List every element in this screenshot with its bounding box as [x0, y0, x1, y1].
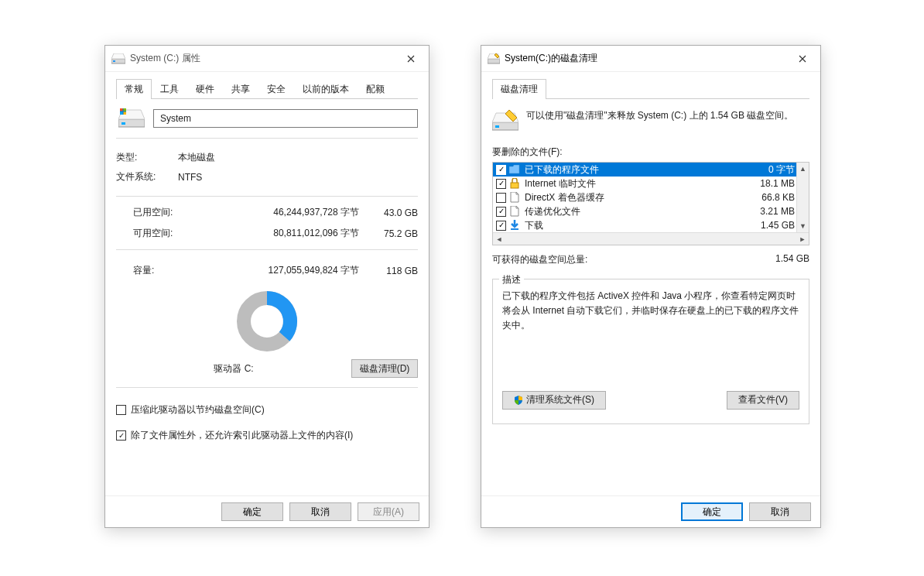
free-gb: 75.2 GB	[364, 228, 418, 239]
drive-name-input[interactable]: System	[153, 109, 418, 128]
filesystem-row: 文件系统: NTFS	[116, 170, 418, 183]
type-row: 类型: 本地磁盘	[116, 151, 418, 164]
list-item[interactable]: 已下载的程序文件0 字节	[493, 163, 809, 177]
view-files-button[interactable]: 查看文件(V)	[727, 391, 799, 410]
list-item-checkbox[interactable]	[496, 221, 506, 231]
scroll-right-icon[interactable]: ►	[796, 233, 809, 245]
files-to-delete-label: 要删除的文件(F):	[492, 146, 809, 159]
svg-rect-3	[121, 122, 125, 125]
type-label: 类型:	[116, 151, 178, 164]
index-checkbox-row[interactable]: 除了文件属性外，还允许索引此驱动器上文件的内容(I)	[116, 429, 418, 442]
view-files-label: 查看文件(V)	[738, 393, 788, 406]
list-item[interactable]: 下载1.45 GB	[493, 218, 809, 232]
list-item-name: 下载	[523, 219, 741, 232]
drive-name-value: System	[160, 113, 191, 124]
list-item-checkbox[interactable]	[496, 179, 506, 189]
usage-grid: 已用空间: 46,244,937,728 字节 43.0 GB 可用空间: 80…	[116, 206, 418, 240]
free-label: 可用空间:	[133, 227, 195, 240]
properties-titlebar: System (C:) 属性	[105, 46, 429, 72]
list-item[interactable]: 传递优化文件3.21 MB	[493, 204, 809, 218]
cleanup-tabstrip: 磁盘清理	[492, 78, 809, 99]
capacity-row: 容量: 127,055,949,824 字节 118 GB	[116, 264, 418, 277]
total-row: 可获得的磁盘空间总量: 1.54 GB	[492, 253, 809, 266]
list-item-name: DirectX 着色器缓存	[523, 191, 741, 204]
properties-title: System (C:) 属性	[130, 52, 200, 65]
index-checkbox[interactable]	[116, 430, 126, 441]
scroll-up-icon[interactable]: ▲	[797, 163, 809, 175]
properties-body: 常规 工具 硬件 共享 安全 以前的版本 配额	[105, 72, 429, 495]
cleanup-footer: 确定 取消	[481, 495, 820, 527]
cleanup-title-icon	[488, 53, 500, 64]
tab-previous[interactable]: 以前的版本	[294, 79, 358, 99]
close-icon	[407, 55, 415, 63]
tab-security[interactable]: 安全	[258, 79, 294, 99]
scroll-left-icon[interactable]: ◄	[493, 233, 505, 245]
cleanup-body: 磁盘清理 可以使用"磁盘清理"来释放 System (C:) 上的 1.54 G…	[481, 72, 820, 495]
capacity-bytes: 127,055,949,824 字节	[195, 264, 364, 277]
tab-general[interactable]: 常规	[116, 79, 152, 99]
svg-rect-8	[124, 112, 127, 115]
list-item-icon	[509, 178, 520, 189]
tab-disk-cleanup[interactable]: 磁盘清理	[492, 79, 546, 99]
svg-rect-1	[113, 60, 115, 62]
tab-sharing[interactable]: 共享	[223, 79, 258, 99]
free-bytes: 80,811,012,096 字节	[195, 227, 364, 240]
disk-cleanup-label: 磁盘清理(D)	[360, 362, 410, 375]
description-groupbox: 描述 已下载的程序文件包括 ActiveX 控件和 Java 小程序，你查看特定…	[492, 279, 809, 424]
vertical-scrollbar[interactable]: ▲ ▼	[796, 163, 809, 232]
list-item-checkbox[interactable]	[496, 165, 506, 175]
cleanup-intro-row: 可以使用"磁盘清理"来释放 System (C:) 上的 1.54 GB 磁盘空…	[492, 108, 809, 132]
svg-rect-12	[495, 125, 499, 128]
svg-rect-10	[488, 59, 500, 63]
cleanup-close-button[interactable]	[791, 50, 814, 68]
cleanup-ok-button[interactable]: 确定	[681, 502, 743, 521]
tab-quota[interactable]: 配额	[358, 79, 393, 99]
cancel-button[interactable]: 取消	[289, 502, 351, 521]
cleanup-titlebar: System(C:)的磁盘清理	[481, 46, 820, 72]
capacity-gb: 118 GB	[364, 266, 418, 276]
drive-letter-label: 驱动器 C:	[116, 362, 351, 375]
svg-rect-6	[124, 108, 127, 111]
ok-button[interactable]: 确定	[221, 502, 283, 521]
list-item-icon	[509, 192, 520, 203]
list-item-checkbox[interactable]	[496, 193, 506, 203]
total-value: 1.54 GB	[748, 253, 809, 266]
horizontal-scrollbar[interactable]: ◄ ►	[493, 232, 809, 245]
list-item-name: 传递优化文件	[523, 205, 741, 218]
scroll-down-icon[interactable]: ▼	[797, 220, 809, 232]
type-value: 本地磁盘	[178, 151, 215, 164]
svg-rect-5	[120, 108, 123, 111]
close-button[interactable]	[399, 50, 423, 68]
drive-icon-small	[111, 53, 125, 64]
tab-hardware[interactable]: 硬件	[187, 79, 223, 99]
cleanup-cancel-button[interactable]: 取消	[749, 502, 811, 521]
compress-checkbox[interactable]	[116, 405, 126, 415]
svg-rect-7	[120, 112, 123, 115]
svg-rect-13	[511, 183, 518, 188]
clean-system-files-label: 清理系统文件(S)	[526, 393, 594, 406]
tab-tools[interactable]: 工具	[152, 79, 187, 99]
used-gb: 43.0 GB	[364, 207, 418, 218]
compress-label: 压缩此驱动器以节约磁盘空间(C)	[131, 403, 265, 417]
list-item-checkbox[interactable]	[496, 207, 506, 217]
usage-donut-chart	[116, 290, 418, 353]
list-item[interactable]: DirectX 着色器缓存66.8 KB	[493, 190, 809, 204]
list-item-icon	[509, 206, 520, 217]
compress-checkbox-row[interactable]: 压缩此驱动器以节约磁盘空间(C)	[116, 403, 418, 417]
description-title: 描述	[499, 273, 524, 286]
shield-icon	[514, 396, 523, 405]
list-item-name: 已下载的程序文件	[523, 163, 741, 177]
drive-properties-dialog: System (C:) 属性 常规 工具 硬件 共享 安全 以前的版本 配额	[104, 45, 429, 528]
properties-tabstrip: 常规 工具 硬件 共享 安全 以前的版本 配额	[116, 78, 418, 99]
cleanup-title: System(C:)的磁盘清理	[505, 52, 597, 65]
list-item[interactable]: Internet 临时文件18.1 MB	[493, 177, 809, 190]
list-item-name: Internet 临时文件	[523, 177, 741, 190]
clean-system-files-button[interactable]: 清理系统文件(S)	[502, 391, 606, 410]
list-item-icon	[509, 164, 520, 175]
drive-icon	[116, 108, 147, 129]
apply-button[interactable]: 应用(A)	[358, 502, 419, 521]
close-icon	[799, 55, 806, 63]
drive-name-row: System	[116, 108, 418, 129]
disk-cleanup-button[interactable]: 磁盘清理(D)	[351, 359, 418, 378]
files-listbox[interactable]: 已下载的程序文件0 字节Internet 临时文件18.1 MBDirectX …	[492, 162, 809, 245]
